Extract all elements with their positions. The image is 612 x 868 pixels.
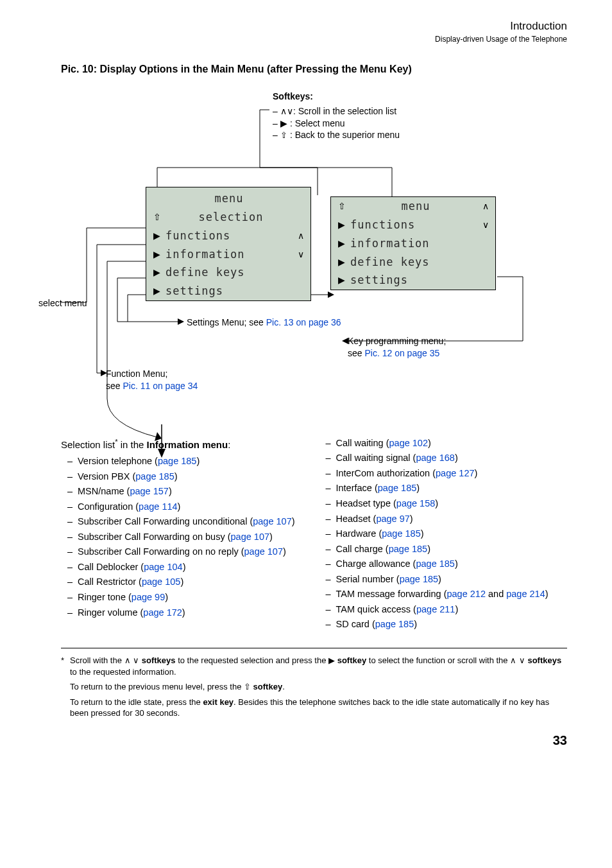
phone-screen-main: menu ⇧ selection ▶functions∧ ▶informatio… <box>146 187 311 302</box>
note-text: Settings Menu; see <box>187 317 266 327</box>
page-number: 33 <box>61 732 567 749</box>
xref-link[interactable]: Pic. 12 on page 35 <box>364 348 439 358</box>
item-text: ) <box>165 592 168 602</box>
home-icon: ⇧ <box>337 200 346 213</box>
xref-link[interactable]: page 107 <box>244 546 283 557</box>
xref-link[interactable]: page 104 <box>144 562 182 572</box>
xref-link[interactable]: page 114 <box>139 501 177 512</box>
note-text: Key programming menu; <box>348 335 446 347</box>
item-text: Call Deblocker ( <box>78 562 144 572</box>
screen-row: ▶settings <box>331 271 495 290</box>
xref-link[interactable]: page 102 <box>389 438 428 448</box>
xref-link[interactable]: Pic. 13 on page 36 <box>266 317 341 327</box>
ft: to the requested selection and press the <box>176 655 329 665</box>
item-text: ) <box>283 546 286 557</box>
item-text: ) <box>169 486 172 496</box>
item-text: ) <box>455 559 458 569</box>
row-text: define keys <box>346 255 481 270</box>
xref-link[interactable]: page 185 <box>135 471 174 482</box>
xref-link[interactable]: Pic. 11 on page 34 <box>123 381 198 391</box>
item-text: InterCom authorization ( <box>336 468 436 478</box>
xref-link[interactable]: page 212 <box>446 589 485 599</box>
list-item: Headset (page 97) <box>319 513 568 526</box>
xref-link[interactable]: page 185 <box>375 619 414 629</box>
list-item: Charge allowance (page 185) <box>319 558 568 571</box>
ft-bold: softkey <box>251 682 282 691</box>
screen-row: ▶functions∨ <box>331 216 495 234</box>
home-icon: ⇧ <box>153 211 162 223</box>
item-text: Version PBX ( <box>78 471 135 482</box>
ft-bold: softkeys <box>525 655 561 665</box>
item-text: ) <box>438 574 441 584</box>
item-text: ) <box>545 589 548 599</box>
xref-link[interactable]: page 185 <box>389 544 427 554</box>
xref-link[interactable]: page 214 <box>506 589 545 599</box>
xref-link[interactable]: page 185 <box>416 559 454 569</box>
screen-row: ▶information∨ <box>146 245 310 264</box>
ft-bold: exit key <box>203 697 234 707</box>
item-text: ) <box>269 532 273 542</box>
item-text: Subscriber Call Forwarding on busy ( <box>78 532 231 542</box>
xref-link[interactable]: page 99 <box>132 592 165 602</box>
row-text: settings <box>346 273 481 288</box>
chevron-down-icon: ∨ <box>296 248 305 261</box>
xref-link[interactable]: page 97 <box>376 514 409 524</box>
footnote-2: To return to the previous menu level, pr… <box>70 681 567 693</box>
xref-link[interactable]: page 211 <box>416 604 455 614</box>
triangle-right-icon: ▶ <box>153 248 162 261</box>
xref-link[interactable]: page 168 <box>416 453 454 463</box>
item-text: ) <box>410 514 413 524</box>
xref-link[interactable]: page 158 <box>396 498 435 508</box>
item-text: and <box>486 589 506 599</box>
xref-link[interactable]: page 107 <box>231 532 269 542</box>
triangle-right-icon: ▶ <box>337 219 346 231</box>
row-text: information <box>346 236 481 251</box>
list-item: Version telephone (page 185) <box>61 455 309 468</box>
chevron-up-icon: ∧ <box>296 230 305 242</box>
xref-link[interactable]: page 172 <box>143 607 182 618</box>
list-item: Call Restrictor (page 105) <box>61 576 309 589</box>
list-item: Subscriber Call Forwarding unconditional… <box>61 516 309 528</box>
xref-link[interactable]: page 185 <box>158 456 196 466</box>
item-text: ) <box>427 544 430 554</box>
ft: To return to the idle state, press the <box>70 697 203 707</box>
xref-link[interactable]: page 105 <box>142 577 180 587</box>
list-item: Subscriber Call Forwarding on no reply (… <box>61 546 309 559</box>
xref-link[interactable]: page 185 <box>400 574 438 584</box>
page-header: Introduction Display-driven Usage of the… <box>61 19 567 44</box>
triangle-right-icon: ▶ <box>337 256 346 268</box>
triangle-right-icon: ▶ <box>337 238 346 250</box>
item-text: Charge allowance ( <box>336 559 416 569</box>
chevron-up-icon: ∧ <box>510 655 516 665</box>
item-text: ) <box>475 468 478 478</box>
xref-link[interactable]: page 157 <box>130 486 168 496</box>
item-text: ) <box>196 456 200 466</box>
list-item: Call charge (page 185) <box>319 543 568 556</box>
note-text: Function Menu; <box>106 368 198 380</box>
ft: To return to the previous menu level, pr… <box>70 682 244 691</box>
item-text: ) <box>421 528 424 539</box>
xref-link[interactable]: page 127 <box>436 468 474 478</box>
chevron-down-icon: ∨ <box>481 219 490 231</box>
list-item: Ringer volume (page 172) <box>61 607 309 620</box>
item-text: Version telephone ( <box>78 456 158 466</box>
triangle-right-icon: ▶ <box>153 230 162 242</box>
list-item: Interface (page 185) <box>319 482 568 495</box>
item-text: Hardware ( <box>336 528 382 539</box>
list-item: Configuration (page 114) <box>61 501 309 514</box>
xref-link[interactable]: page 185 <box>382 528 420 539</box>
list-item: Ringer tone (page 99) <box>61 591 309 604</box>
xref-link[interactable]: page 185 <box>378 483 416 493</box>
item-text: TAM quick access ( <box>336 604 416 614</box>
xref-link[interactable]: page 107 <box>253 516 291 526</box>
item-text: ) <box>455 453 458 463</box>
info-col-left: Selection list* in the Information menu:… <box>61 437 309 634</box>
screen-row: ▶define keys <box>331 253 495 272</box>
item-text: ) <box>435 498 438 508</box>
note-text: see <box>106 381 123 391</box>
item-text: Call charge ( <box>336 544 389 554</box>
list-item: TAM message forwarding (page 212 and pag… <box>319 588 568 601</box>
triangle-right-icon: ▶ <box>337 274 346 286</box>
item-text: ) <box>182 607 185 618</box>
chevron-down-icon: ∨ <box>519 655 525 665</box>
